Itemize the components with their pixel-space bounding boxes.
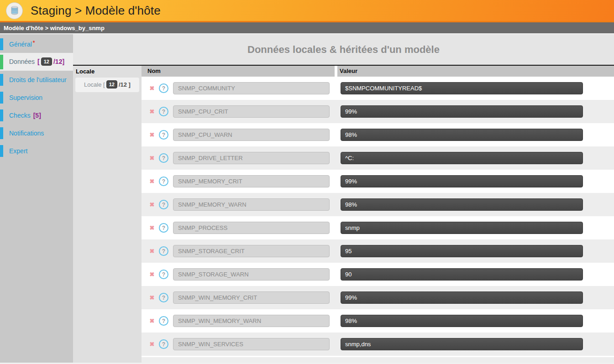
locale-item-total: /12 ] [119,81,131,88]
row-name-input[interactable] [173,105,330,118]
row-value-input[interactable] [341,152,583,164]
delete-row-icon[interactable]: ✖ [149,178,155,185]
locale-count-badge: 12 [106,80,117,88]
sidebar-item-droits-utilisateur[interactable]: Droits de l'utilisateur [0,71,73,88]
row-value-input[interactable] [341,268,583,281]
help-icon[interactable]: ? [159,270,168,279]
row-name-input[interactable] [173,268,330,281]
table-row: ✖ ? [142,286,614,309]
sidebar-item-label: Droits de l'utilisateur [9,76,67,83]
tab-indicator-icon [0,55,3,69]
delete-row-icon[interactable]: ✖ [149,108,155,115]
count-badge: 12 [41,57,52,66]
row-name-input[interactable] [173,315,330,327]
locale-panel-header: Locale [73,66,142,77]
row-name-input[interactable] [173,245,330,257]
page-header-title: Staging > Modèle d'hôte [31,4,161,18]
row-value-input[interactable] [341,129,583,141]
sidebar-item-checks[interactable]: Checks[5] [0,106,73,124]
help-icon[interactable]: ? [159,316,168,326]
sidebar-item-label: Supervision [9,94,42,101]
delete-row-icon[interactable]: ✖ [149,294,155,301]
data-table: Nom Valeur ✖ ? ✖ ? ✖ [142,66,614,363]
help-icon[interactable]: ? [159,83,168,93]
table-footer-strip [142,357,614,363]
table-row: ✖ ? [142,77,614,100]
sidebar-item-label: Général [9,41,32,48]
locale-panel: Locale Locale [12/12 ] [73,66,142,363]
row-name-input[interactable] [173,82,330,94]
row-value-input[interactable] [341,245,583,257]
row-name-input[interactable] [173,175,330,187]
sidebar-item-supervision[interactable]: Supervision [0,88,73,106]
sidebar-item-notifications[interactable]: Notifications [0,124,73,142]
delete-row-icon[interactable]: ✖ [149,248,155,255]
row-value-input[interactable] [341,105,583,118]
sidebar-item-label: Notifications [9,130,44,137]
row-name-input[interactable] [173,291,330,304]
row-value-input[interactable] [341,291,583,304]
help-icon[interactable]: ? [159,153,168,163]
sidebar-item-label: Expert [9,147,27,155]
database-icon [9,5,20,16]
column-header-valeur: Valeur [337,66,614,77]
content-area: Général* Données[12/12] Droits de l'util… [0,34,614,363]
delete-row-icon[interactable]: ✖ [149,317,155,324]
count-bracket-open: [ [37,58,40,65]
tab-indicator-icon [0,127,3,139]
table-row: ✖ ? [142,216,614,239]
sidebar-item-donnees[interactable]: Données[12/12] [0,53,73,71]
help-icon[interactable]: ? [159,293,168,302]
row-name-input[interactable] [173,338,330,350]
locale-group-item[interactable]: Locale [12/12 ] [75,78,139,92]
breadcrumb: Modèle d'hôte > windows_by_snmp [0,22,614,33]
row-value-input[interactable] [341,338,583,350]
row-value-input[interactable] [341,315,583,327]
tab-indicator-icon [0,92,3,104]
delete-row-icon[interactable]: ✖ [149,341,155,348]
count-plain: [5] [33,112,41,119]
help-icon[interactable]: ? [159,223,168,233]
row-value-input[interactable] [341,175,583,187]
tab-indicator-icon [0,38,3,50]
table-row: ✖ ? [142,309,614,333]
delete-row-icon[interactable]: ✖ [149,131,155,138]
app-header: Staging > Modèle d'hôte [0,0,614,22]
table-header-row: Nom Valeur [142,66,614,77]
row-value-input[interactable] [341,198,583,211]
delete-row-icon[interactable]: ✖ [149,271,155,278]
sidebar-item-label: Données [9,58,35,65]
sidebar-item-label: Checks [9,112,31,119]
tab-indicator-icon [0,109,3,121]
row-name-input[interactable] [173,198,330,211]
breadcrumb-text: Modèle d'hôte > windows_by_snmp [4,25,105,31]
main-panel: Données locales & héritées d'un modèle L… [73,34,614,363]
row-value-input[interactable] [341,82,583,94]
table-row: ✖ ? [142,123,614,146]
sidebar-item-general[interactable]: Général* [0,35,73,53]
row-name-input[interactable] [173,152,330,164]
tab-indicator-icon [0,145,3,157]
row-value-input[interactable] [341,222,583,234]
delete-row-icon[interactable]: ✖ [149,155,155,161]
help-icon[interactable]: ? [159,200,168,209]
locale-item-label: Locale [ [84,81,105,88]
delete-row-icon[interactable]: ✖ [149,85,155,92]
row-name-input[interactable] [173,222,330,234]
help-icon[interactable]: ? [159,177,168,186]
delete-row-icon[interactable]: ✖ [149,201,155,208]
column-header-nom: Nom [142,66,335,77]
table-row: ✖ ? [142,100,614,123]
help-icon[interactable]: ? [159,246,168,256]
help-icon[interactable]: ? [159,130,168,140]
count-bracket-close: /12] [53,58,64,65]
delete-row-icon[interactable]: ✖ [149,224,155,231]
app-logo [6,2,23,19]
tab-indicator-icon [0,74,3,86]
table-row: ✖ ? [142,146,614,170]
row-name-input[interactable] [173,129,330,141]
help-icon[interactable]: ? [159,339,168,349]
sidebar-item-expert[interactable]: Expert [0,142,73,160]
help-icon[interactable]: ? [159,107,168,116]
table-row: ✖ ? [142,239,614,263]
